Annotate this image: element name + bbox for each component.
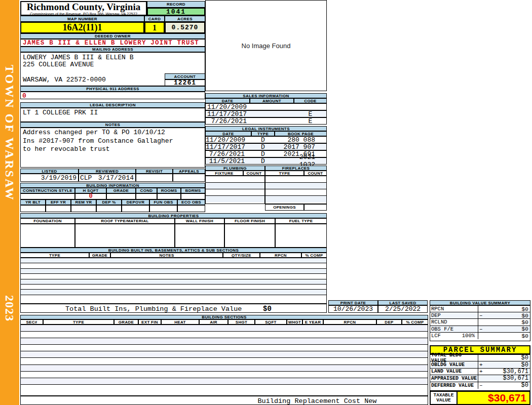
acres-field[interactable]: 0.5270 — [165, 22, 205, 33]
plumbing-rows — [205, 176, 265, 204]
rooms-field[interactable] — [157, 193, 181, 199]
builtin-row[interactable] — [21, 279, 326, 285]
dep-pct-field[interactable] — [96, 205, 122, 212]
plumbing-row[interactable] — [206, 189, 264, 196]
fireplace-row[interactable] — [265, 189, 326, 196]
depovr-header: DEPOVR — [122, 199, 149, 205]
sec-air-header: AIR — [199, 319, 228, 325]
reviewed-date: 3/17/2014 — [98, 174, 135, 182]
revisit-field[interactable] — [136, 174, 173, 182]
notes-field[interactable]: Address changed per TO & PO 10/10/12 Ins… — [20, 128, 205, 168]
plumbing-row[interactable] — [206, 183, 264, 189]
bvs-sign: – — [478, 326, 485, 332]
parcel-row: DEFERRED VALUE – $0 — [430, 382, 530, 389]
year-vertical-label: 2023 — [3, 295, 16, 321]
construction-style-header: CONSTRUCTION STYLE — [20, 188, 75, 193]
grade-field[interactable] — [106, 193, 136, 199]
sec-num-header: SEC# — [20, 319, 43, 325]
appeals-field[interactable] — [173, 174, 205, 182]
fireplaces-rows — [265, 176, 327, 204]
bdrms-field[interactable] — [181, 193, 205, 199]
builtin-row[interactable] — [21, 290, 326, 295]
instrument-row[interactable]: 11/5/2021 D 2021 1032 — [205, 157, 327, 165]
sales-date-header: DATE — [205, 98, 250, 103]
acres-header: ACRES — [165, 16, 205, 22]
construction-style-field[interactable] — [20, 193, 75, 199]
physical-911-field[interactable]: 0 — [20, 92, 205, 99]
bdrms-header: BDRMS — [181, 188, 205, 193]
bvs-row: OBS F/E – $0 — [430, 326, 530, 333]
listed-date-field[interactable]: 3/19/2019 — [20, 174, 79, 182]
map-number-field[interactable]: 16A2(11)1 — [20, 22, 144, 33]
plumbing-row[interactable] — [206, 176, 264, 183]
parcel-value: $0 — [485, 354, 530, 361]
parcel-name: TOTAL BLDG VALUE — [430, 355, 478, 361]
sec-extfin-header: EXT FIN — [138, 319, 161, 325]
record-value-field[interactable]: 1041 — [147, 8, 205, 16]
builtin-row[interactable] — [21, 295, 326, 300]
building-section-row[interactable] — [21, 385, 428, 391]
taxable-value-cell: $30,671 — [457, 391, 530, 405]
yr-blt-field[interactable] — [20, 205, 46, 212]
fuel-type-field[interactable] — [275, 224, 327, 248]
floor-finish-field[interactable] — [224, 224, 275, 248]
eco-obs-field[interactable] — [177, 205, 205, 212]
sale-code: E — [294, 117, 326, 125]
builtin-row[interactable] — [21, 269, 326, 274]
builtin-row[interactable] — [21, 263, 326, 268]
building-section-row[interactable] — [21, 332, 428, 338]
fireplace-row[interactable] — [265, 183, 326, 189]
sec-shgt-header: SHGT — [228, 319, 255, 325]
sales-row[interactable]: 11/17/2017 E — [205, 110, 327, 117]
town-name-vertical-label: TOWN OF WARSAW — [3, 65, 16, 201]
reviewed-by: CLP — [79, 174, 92, 182]
building-section-row[interactable] — [21, 325, 428, 332]
fireplace-row[interactable] — [265, 196, 326, 202]
fireplace-row[interactable] — [265, 176, 326, 183]
instrument-row[interactable]: 11/17/2017 D 2017 907 — [205, 143, 327, 150]
building-section-row[interactable] — [21, 351, 428, 358]
wall-finish-field[interactable] — [175, 224, 224, 248]
plumbing-row[interactable] — [206, 196, 264, 202]
account-field[interactable]: 12261 — [165, 79, 205, 86]
depovr-field[interactable] — [122, 205, 149, 212]
h-sqft-field[interactable]: 0 — [75, 193, 106, 199]
openings-value-cell[interactable] — [304, 204, 327, 211]
cond-field[interactable] — [136, 193, 157, 199]
instrument-row[interactable]: 11/20/2009 D 280 088 — [205, 136, 327, 143]
builtin-row[interactable] — [21, 258, 326, 263]
parcel-name: APPRAISED VALUE — [430, 375, 478, 381]
fun-obs-field[interactable] — [149, 205, 177, 212]
instrument-date-header: DATE — [205, 131, 251, 136]
review-value-row: 3/19/2019 CLP 3/17/2014 — [20, 174, 205, 182]
no-image-message: No Image Found — [242, 42, 291, 50]
builtin-row[interactable] — [21, 285, 326, 290]
bvs-value: $0 — [485, 306, 530, 312]
builtin-row[interactable] — [21, 274, 326, 279]
foundation-field[interactable] — [20, 224, 75, 248]
sales-row[interactable]: 11/20/2009 — [205, 103, 327, 110]
fireplaces-columns-row: TYPE COUNT — [265, 171, 327, 176]
building-section-row[interactable] — [21, 338, 428, 345]
roof-header: ROOF TYPE/MATERIAL — [75, 218, 175, 224]
building-section-row[interactable] — [21, 358, 428, 364]
eff-yr-field[interactable] — [46, 205, 71, 212]
deeded-owner-field[interactable]: JAMES B III & ELLEN B LOWERY JOINT TRUST — [20, 39, 205, 47]
card-field[interactable]: 1 — [144, 22, 165, 33]
print-date-header: PRINT DATE — [328, 300, 378, 305]
plumbing-count-header: COUNT — [243, 171, 265, 176]
sec-whgt-header: WHGT — [287, 319, 302, 325]
sec-sqft-header: SQFT — [255, 319, 287, 325]
rem-yr-field[interactable] — [71, 205, 96, 212]
reviewed-field[interactable]: CLP 3/17/2014 — [79, 174, 136, 182]
building-section-row[interactable] — [21, 372, 428, 378]
rem-yr-header: REM YR — [71, 199, 96, 205]
building-section-row[interactable] — [21, 365, 428, 372]
built-ins-columns: TYPE GRADE NOTES QTY/SIZE RPCN % COMP — [20, 253, 327, 258]
sales-row[interactable]: 7/26/2021 E — [205, 117, 327, 125]
building-section-row[interactable] — [21, 378, 428, 385]
legal-description-field[interactable]: LT 1 COLLEGE PRK II — [20, 108, 205, 122]
building-section-row[interactable] — [21, 345, 428, 351]
roof-field[interactable] — [75, 224, 175, 248]
fuel-type-header: FUEL TYPE — [275, 218, 327, 224]
